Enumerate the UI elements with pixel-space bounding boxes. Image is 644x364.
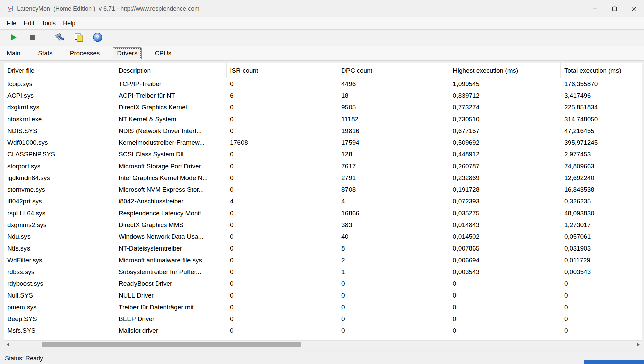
cell-highest-execution: 0,773274: [449, 101, 561, 113]
close-button[interactable]: [624, 0, 644, 17]
cell-total-execution: 0: [561, 301, 642, 313]
cell-description: Resplendence Latency Monit...: [115, 207, 227, 219]
cell-highest-execution: 0: [449, 325, 561, 336]
table-row[interactable]: Ndu.sysWindows Network Data Usa...0400,0…: [4, 231, 642, 242]
column-header-description[interactable]: Description: [115, 63, 227, 78]
table-row[interactable]: dxgkrnl.sysDirectX Graphics Kernel095050…: [4, 101, 642, 113]
report-button[interactable]: [72, 31, 86, 45]
scrollbar-thumb[interactable]: [42, 342, 301, 347]
table-row[interactable]: NDIS.SYSNDIS (Network Driver Interf...01…: [4, 125, 642, 137]
cell-isr-count: 0: [227, 219, 338, 231]
horizontal-scrollbar[interactable]: [4, 340, 642, 348]
cell-description: ACPI-Treiber für NT: [115, 90, 227, 101]
cell-description: Treiber für Datenträger mit ...: [115, 301, 227, 313]
cell-total-execution: 16,843538: [561, 184, 642, 195]
tab-stats[interactable]: Stats: [34, 47, 57, 59]
cell-dpc-count: 0: [338, 289, 449, 301]
cell-total-execution: 48,093830: [561, 207, 642, 219]
help-button[interactable]: ?: [91, 31, 105, 45]
table-row[interactable]: pmem.sysTreiber für Datenträger mit ...0…: [4, 301, 642, 313]
cell-total-execution: 1,273017: [561, 219, 642, 231]
cell-dpc-count: 16866: [338, 207, 449, 219]
cell-dpc-count: 9505: [338, 101, 449, 113]
table-row[interactable]: CLASSPNP.SYSSCSI Class System Dll01280,4…: [4, 148, 642, 160]
table-row[interactable]: rdbss.sysSubsystemtreiber für Puffer...0…: [4, 266, 642, 278]
cell-total-execution: 74,809663: [561, 160, 642, 172]
table-row[interactable]: Null.SYSNULL Driver0000: [4, 289, 642, 301]
taskbar-fragment: [584, 360, 644, 364]
menu-file[interactable]: File: [3, 18, 20, 28]
table-row[interactable]: stornvme.sysMicrosoft NVM Express Stor..…: [4, 184, 642, 195]
cell-dpc-count: 8708: [338, 184, 449, 195]
cell-isr-count: 0: [227, 266, 338, 278]
menu-help[interactable]: Help: [59, 18, 79, 28]
cell-dpc-count: 0: [338, 325, 449, 336]
table-row[interactable]: storport.sysMicrosoft Storage Port Drive…: [4, 160, 642, 172]
table-row[interactable]: rspLLL64.sysResplendence Latency Monit..…: [4, 207, 642, 219]
cell-highest-execution: 0: [449, 301, 561, 313]
status-bar: Status: Ready: [0, 353, 644, 364]
table-row[interactable]: Npfs.SYSNPFS Driver0000: [4, 336, 642, 340]
table-row[interactable]: tcpip.sysTCP/IP-Treiber044961,099545176,…: [4, 78, 642, 90]
cell-description: Microsoft Storage Port Driver: [115, 160, 227, 172]
status-text: Status: Ready: [5, 355, 43, 362]
cell-description: NDIS (Network Driver Interf...: [115, 125, 227, 137]
scroll-left-arrow[interactable]: [4, 341, 11, 348]
column-header-isr-count[interactable]: ISR count: [227, 63, 338, 78]
maximize-button[interactable]: [605, 0, 624, 17]
titlebar: LatencyMon (Home Edition ) v 6.71 - http…: [0, 0, 644, 17]
table-row[interactable]: WdFilter.sysMicrosoft antimalware file s…: [4, 254, 642, 266]
cell-highest-execution: 0,448912: [449, 148, 561, 160]
column-header-highest-execution-ms[interactable]: Highest execution (ms): [449, 63, 561, 78]
table-row[interactable]: Ntfs.sysNT-Dateisystemtreiber080,0078650…: [4, 242, 642, 254]
cell-dpc-count: 0: [338, 278, 449, 289]
cell-total-execution: 0: [561, 325, 642, 336]
copy-pages-icon: [74, 32, 84, 44]
table-row[interactable]: i8042prt.sysi8042-Anschlusstreiber440,07…: [4, 195, 642, 207]
menu-edit[interactable]: Edit: [20, 18, 38, 28]
table-row[interactable]: Wdf01000.sysKernelmodustreiber-Framew...…: [4, 137, 642, 148]
cell-driver-file: ntoskrnl.exe: [4, 113, 115, 125]
cell-dpc-count: 17594: [338, 137, 449, 148]
tools-icon: [55, 32, 65, 44]
cell-isr-count: 0: [227, 313, 338, 325]
tab-main[interactable]: Main: [2, 47, 25, 59]
cell-highest-execution: 0,007865: [449, 242, 561, 254]
cell-dpc-count: 4: [338, 195, 449, 207]
cell-dpc-count: 40: [338, 231, 449, 242]
column-header-driver-file[interactable]: Driver file: [4, 63, 115, 78]
start-monitor-button[interactable]: [6, 31, 20, 45]
cell-isr-count: 0: [227, 160, 338, 172]
cell-isr-count: 0: [227, 125, 338, 137]
cell-total-execution: 0,011729: [561, 254, 642, 266]
cell-highest-execution: 0,730510: [449, 113, 561, 125]
cell-description: Kernelmodustreiber-Framew...: [115, 137, 227, 148]
tab-cpus[interactable]: CPUs: [150, 47, 176, 59]
cell-dpc-count: 383: [338, 219, 449, 231]
table-row[interactable]: dxgmms2.sysDirectX Graphics MMS03830,014…: [4, 219, 642, 231]
cell-highest-execution: 0,006694: [449, 254, 561, 266]
menu-tools[interactable]: Tools: [38, 18, 59, 28]
table-row[interactable]: Msfs.SYSMailslot driver0000: [4, 325, 642, 336]
column-header-total-execution-ms[interactable]: Total execution (ms): [561, 63, 642, 78]
table-row[interactable]: Beep.SYSBEEP Driver0000: [4, 313, 642, 325]
column-header-dpc-count[interactable]: DPC count: [338, 63, 449, 78]
table-row[interactable]: ACPI.sysACPI-Treiber für NT6180,8397123,…: [4, 90, 642, 101]
table-row[interactable]: ntoskrnl.exeNT Kernel & System0111820,73…: [4, 113, 642, 125]
minimize-button[interactable]: [585, 0, 605, 17]
cell-description: NULL Driver: [115, 289, 227, 301]
table-row[interactable]: rdyboost.sysReadyBoost Driver0000: [4, 278, 642, 289]
cell-highest-execution: 0,014502: [449, 231, 561, 242]
cell-dpc-count: 1: [338, 266, 449, 278]
cell-total-execution: 225,851834: [561, 101, 642, 113]
tab-drivers[interactable]: Drivers: [113, 47, 142, 59]
tools-button[interactable]: [53, 31, 67, 45]
cell-isr-count: 0: [227, 336, 338, 340]
cell-highest-execution: 0,014843: [449, 219, 561, 231]
stop-monitor-button[interactable]: [25, 31, 39, 45]
scroll-right-arrow[interactable]: [635, 341, 642, 348]
table-row[interactable]: igdkmdn64.sysIntel Graphics Kernel Mode …: [4, 172, 642, 184]
tab-processes[interactable]: Processes: [66, 47, 104, 59]
close-icon: [632, 6, 637, 11]
cell-isr-count: 0: [227, 278, 338, 289]
